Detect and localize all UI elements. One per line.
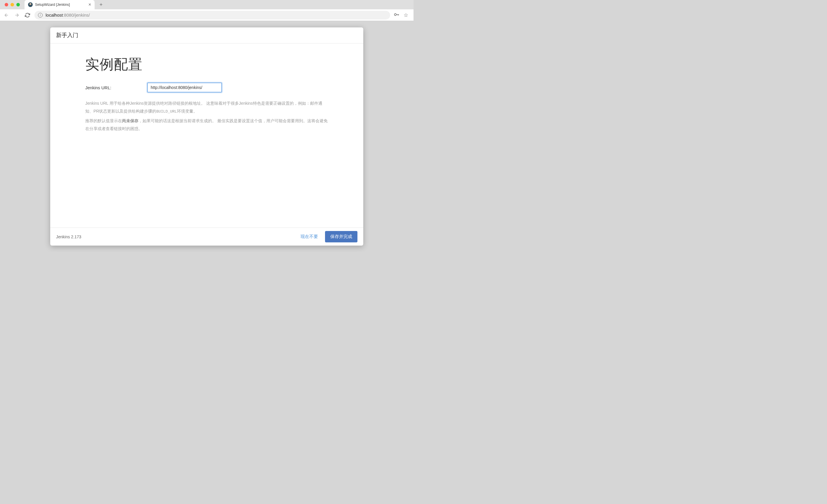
reload-button[interactable] [24,12,31,19]
setup-wizard-modal: 新手入门 实例配置 Jenkins URL: Jenkins URL 用于给各种… [50,27,363,245]
browser-toolbar: i localhost:8080/jenkins/ ☆ [0,9,414,21]
page-title: 实例配置 [85,55,328,74]
bookmark-star-icon[interactable]: ☆ [403,12,408,18]
svg-point-2 [30,3,31,4]
close-window-button[interactable] [5,3,8,6]
svg-point-1 [29,5,32,6]
description-paragraph-1: Jenkins URL 用于给各种Jenkins资源提供绝对路径链接的根地址。 … [85,100,328,115]
maximize-window-button[interactable] [16,3,20,6]
tab-bar: SetupWizard [Jenkins] × + [0,0,414,9]
address-bar[interactable]: i localhost:8080/jenkins/ [35,11,390,19]
window-controls [2,3,22,6]
footer-actions: 现在不要 保存并完成 [298,231,357,242]
modal-header-title: 新手入门 [56,32,357,39]
browser-tab[interactable]: SetupWizard [Jenkins] × [25,0,95,9]
back-button[interactable] [3,12,10,19]
page-content: 新手入门 实例配置 Jenkins URL: Jenkins URL 用于给各种… [0,21,414,252]
url-text: localhost:8080/jenkins/ [46,12,90,17]
jenkins-version: Jenkins 2.173 [56,234,298,239]
minimize-window-button[interactable] [10,3,14,6]
jenkins-favicon-icon [28,2,33,7]
svg-point-3 [394,13,397,15]
modal-footer: Jenkins 2.173 现在不要 保存并完成 [50,227,363,245]
forward-button[interactable] [13,12,20,19]
modal-body: 实例配置 Jenkins URL: Jenkins URL 用于给各种Jenki… [50,44,363,227]
new-tab-button[interactable]: + [97,1,105,9]
skip-button[interactable]: 现在不要 [298,232,321,242]
site-info-icon[interactable]: i [38,13,43,17]
jenkins-url-row: Jenkins URL: [85,82,328,93]
save-and-finish-button[interactable]: 保存并完成 [325,231,357,242]
jenkins-url-input[interactable] [147,82,222,93]
description-paragraph-2: 推荐的默认值显示在尚未保存，如果可能的话这是根据当前请求生成的。 最佳实践是要设… [85,117,328,132]
close-tab-icon[interactable]: × [89,2,91,7]
password-key-icon[interactable] [394,12,399,19]
jenkins-url-label: Jenkins URL: [85,85,147,90]
toolbar-right: ☆ [394,12,410,19]
modal-header: 新手入门 [50,27,363,44]
browser-chrome: SetupWizard [Jenkins] × + i localhost:80… [0,0,414,21]
tab-title: SetupWizard [Jenkins] [35,3,86,7]
